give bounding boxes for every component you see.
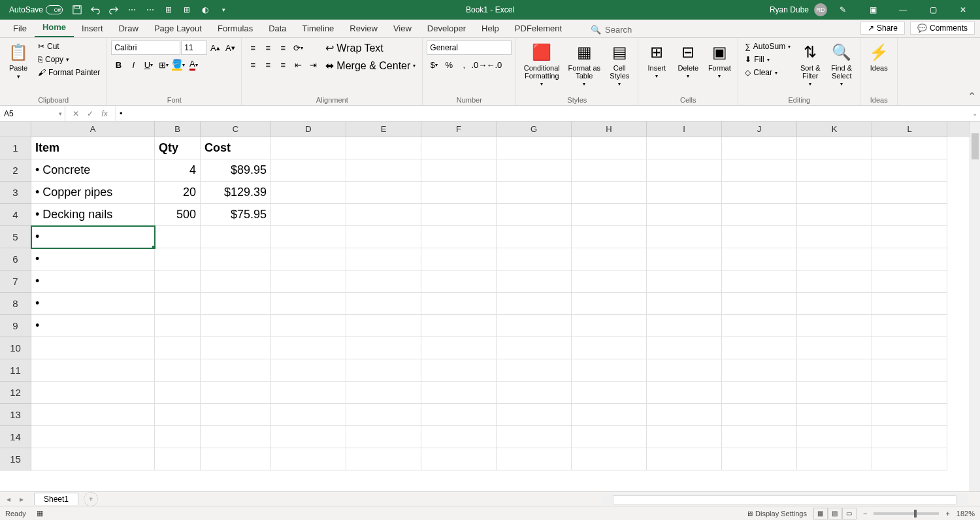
- maximize-icon[interactable]: ▢: [919, 0, 947, 20]
- font-color-button[interactable]: A▾: [186, 58, 201, 72]
- cell[interactable]: [346, 382, 421, 404]
- cell[interactable]: •: [31, 248, 155, 271]
- cell[interactable]: [722, 404, 797, 426]
- tab-view[interactable]: View: [385, 20, 419, 37]
- ideas-button[interactable]: ⚡Ideas: [864, 41, 893, 73]
- cell[interactable]: [797, 293, 872, 315]
- cell[interactable]: [271, 359, 346, 382]
- cell[interactable]: [201, 315, 271, 337]
- cell[interactable]: [572, 337, 647, 359]
- prev-sheet-icon[interactable]: ◂: [3, 493, 14, 505]
- qat-icon[interactable]: ⋯: [142, 2, 158, 18]
- cell[interactable]: [647, 204, 722, 226]
- cell[interactable]: $75.95: [201, 204, 271, 226]
- row-header[interactable]: 4: [0, 204, 31, 226]
- cell[interactable]: [497, 448, 572, 470]
- cell[interactable]: [497, 271, 572, 293]
- cell[interactable]: •: [31, 293, 155, 315]
- select-all-button[interactable]: [0, 122, 31, 137]
- cell[interactable]: [497, 137, 572, 159]
- cell[interactable]: [572, 137, 647, 159]
- cell[interactable]: [722, 182, 797, 204]
- user-name[interactable]: Ryan Dube: [770, 5, 809, 14]
- cell[interactable]: [31, 448, 155, 470]
- copy-button[interactable]: ⎘Copy ▾: [35, 54, 103, 65]
- cell[interactable]: [271, 248, 346, 271]
- cell[interactable]: [647, 404, 722, 426]
- qat-icon[interactable]: ⊞: [161, 2, 176, 18]
- tab-draw[interactable]: Draw: [111, 20, 146, 37]
- cell[interactable]: [346, 226, 421, 248]
- format-cells-button[interactable]: ▣Format▾: [705, 41, 734, 80]
- column-header[interactable]: C: [201, 122, 271, 137]
- cell[interactable]: •: [31, 315, 155, 337]
- cell[interactable]: [271, 137, 346, 159]
- column-header[interactable]: I: [647, 122, 722, 137]
- cell[interactable]: [797, 337, 872, 359]
- next-sheet-icon[interactable]: ▸: [16, 493, 27, 505]
- align-center-icon[interactable]: ≡: [261, 58, 275, 72]
- align-middle-icon[interactable]: ≡: [261, 41, 275, 55]
- cell[interactable]: [872, 359, 947, 382]
- cell[interactable]: [271, 182, 346, 204]
- row-header[interactable]: 11: [0, 359, 31, 382]
- cell[interactable]: [497, 182, 572, 204]
- zoom-level[interactable]: 182%: [956, 510, 975, 518]
- cell[interactable]: $89.95: [201, 159, 271, 182]
- cell[interactable]: [201, 226, 271, 248]
- decrease-indent-icon[interactable]: ⇤: [291, 58, 305, 72]
- row-header[interactable]: 13: [0, 404, 31, 426]
- cell[interactable]: [572, 448, 647, 470]
- cell[interactable]: [797, 426, 872, 448]
- format-table-button[interactable]: ▦Format as Table▾: [566, 41, 602, 88]
- ribbon-display-icon[interactable]: ▣: [858, 0, 887, 20]
- cell[interactable]: [722, 337, 797, 359]
- cell[interactable]: [797, 359, 872, 382]
- cell[interactable]: [201, 248, 271, 271]
- column-header[interactable]: J: [722, 122, 797, 137]
- cell[interactable]: [647, 226, 722, 248]
- align-top-icon[interactable]: ≡: [246, 41, 260, 55]
- cell[interactable]: [722, 315, 797, 337]
- cell[interactable]: [497, 337, 572, 359]
- cell[interactable]: [346, 337, 421, 359]
- cell[interactable]: • Decking nails: [31, 204, 155, 226]
- column-header[interactable]: G: [497, 122, 572, 137]
- cell[interactable]: [201, 426, 271, 448]
- cell[interactable]: [572, 293, 647, 315]
- comments-button[interactable]: 💬Comments: [910, 22, 975, 35]
- cell[interactable]: [872, 271, 947, 293]
- cell[interactable]: [31, 337, 155, 359]
- cell[interactable]: [346, 182, 421, 204]
- mode-icon[interactable]: ✎: [828, 0, 857, 20]
- cell[interactable]: [572, 426, 647, 448]
- cell[interactable]: [155, 315, 201, 337]
- cell[interactable]: •: [31, 271, 155, 293]
- cell[interactable]: [497, 204, 572, 226]
- cell[interactable]: [722, 226, 797, 248]
- cell[interactable]: [421, 448, 497, 470]
- cell[interactable]: [346, 271, 421, 293]
- cell[interactable]: [572, 404, 647, 426]
- cell[interactable]: [421, 137, 497, 159]
- cell[interactable]: [421, 204, 497, 226]
- cell[interactable]: [497, 426, 572, 448]
- fill-button[interactable]: ⬇Fill ▾: [742, 54, 793, 65]
- cell[interactable]: [722, 293, 797, 315]
- format-painter-button[interactable]: 🖌Format Painter: [35, 67, 103, 78]
- cell[interactable]: [872, 182, 947, 204]
- cell[interactable]: [31, 404, 155, 426]
- cell[interactable]: [647, 137, 722, 159]
- cell[interactable]: [421, 382, 497, 404]
- cell[interactable]: [722, 248, 797, 271]
- cell[interactable]: [722, 271, 797, 293]
- number-format-select[interactable]: [427, 41, 512, 55]
- sheet-tab[interactable]: Sheet1: [34, 493, 78, 505]
- row-header[interactable]: 9: [0, 315, 31, 337]
- cell[interactable]: • Concrete: [31, 159, 155, 182]
- cell[interactable]: [271, 293, 346, 315]
- name-box[interactable]: A5: [0, 106, 65, 121]
- cell[interactable]: [497, 359, 572, 382]
- tab-data[interactable]: Data: [261, 20, 294, 37]
- bold-button[interactable]: B: [111, 58, 125, 72]
